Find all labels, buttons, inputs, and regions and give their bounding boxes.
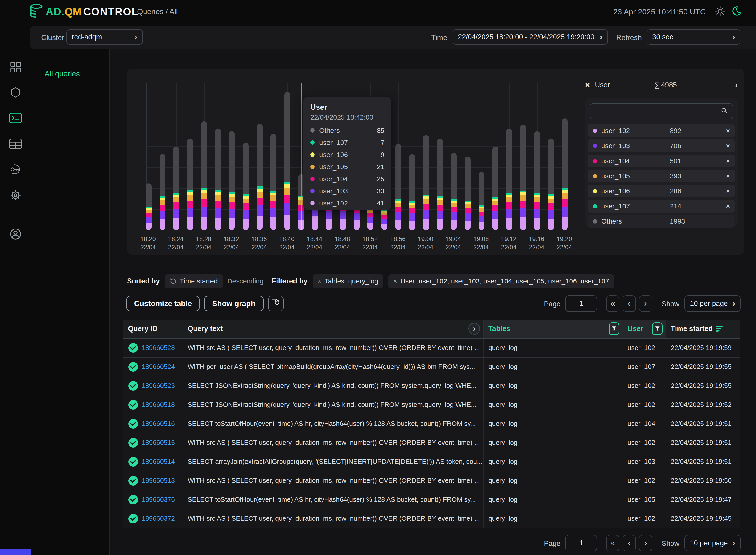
sidebar-item-dashboard[interactable] [9,61,22,74]
legend-search-input[interactable] [590,103,733,119]
prev-page-button[interactable]: ‹ [623,535,636,551]
chart-bar-19:16[interactable] [534,131,540,230]
query-id-link[interactable]: 189660523 [142,382,175,389]
sidebar-item-queries[interactable] [9,112,22,125]
chart-bar-18:34[interactable] [243,143,249,230]
close-icon[interactable]: × [585,80,590,90]
query-id-link[interactable]: 189660372 [142,515,175,522]
legend-item-user_106[interactable]: user_106286× [588,185,735,198]
chart-bar-18:38[interactable] [270,134,276,230]
sidebar-item-settings[interactable] [9,189,22,202]
chart-bar-19:00[interactable] [423,135,429,230]
per-page-select[interactable]: 10 per page › [684,535,741,551]
legend-item-user_107[interactable]: user_107214× [588,200,735,213]
table-row[interactable]: 189660515WITH src AS ( SELECT user, quer… [123,433,741,453]
dark-theme-moon-icon[interactable] [731,6,742,17]
chart-bar-19:02[interactable] [437,139,443,230]
query-id-link[interactable]: 189660376 [142,496,175,503]
sidebar-item-all-queries[interactable]: All queries [45,70,80,78]
chart-bar-19:08[interactable] [479,172,485,230]
chart-bar-18:24[interactable] [173,146,179,230]
table-row[interactable]: 189660524WITH per_user AS ( SELECT bitma… [123,357,741,377]
chart-bar-18:40[interactable] [284,92,290,230]
remove-legend-item-icon[interactable]: × [726,142,730,150]
remove-legend-item-icon[interactable]: × [726,127,730,135]
sort-direction-label[interactable]: Descending [227,277,264,285]
show-graph-button[interactable]: Show graph [204,296,264,311]
next-page-button[interactable]: › [639,295,652,312]
customize-table-button[interactable]: Customize table [126,296,199,311]
chart-bar-18:36[interactable] [257,124,263,230]
chart-bar-19:12[interactable] [506,129,512,230]
light-theme-sun-icon[interactable] [715,6,725,17]
chart-bar-19:18[interactable] [548,139,554,230]
chart-bar-18:32[interactable] [229,131,235,230]
legend-item-user_105[interactable]: user_105393× [588,170,735,182]
sidebar-item-access-keys[interactable] [9,163,22,176]
table-row[interactable]: 189660513WITH src AS ( SELECT user, quer… [123,471,741,490]
remove-legend-item-icon[interactable]: × [726,172,730,180]
column-header-user[interactable]: User [623,319,666,338]
table-row[interactable]: 189660518SELECT JSONExtractString(query,… [123,395,741,415]
table-row[interactable]: 189660528WITH src AS ( SELECT user, quer… [123,339,741,357]
chevron-right-icon[interactable]: › [735,81,738,89]
chart-bar-19:14[interactable] [520,125,526,230]
legend-item-user_104[interactable]: user_104501× [588,155,735,167]
sidebar-item-tables[interactable] [9,138,22,151]
sort-field-chip[interactable]: Time started [165,274,223,288]
query-id-link[interactable]: 189660515 [142,439,175,446]
tables-filter-chip[interactable]: × Tables: query_log [313,274,384,288]
legend-item-user_102[interactable]: user_102892× [588,124,735,137]
chart-bar-19:06[interactable] [464,157,471,230]
tables-filter-button[interactable] [609,322,619,335]
refresh-interval-select[interactable]: 30 sec › [647,30,741,45]
table-row[interactable]: 189660516SELECT toStartOfHour(event_time… [123,415,741,433]
column-header-query-id[interactable]: Query ID [123,319,183,338]
column-header-time-started[interactable]: Time started [666,319,741,338]
chart-bar-18:26[interactable] [187,139,193,230]
remove-filter-icon[interactable]: × [318,278,321,285]
chart-bar-18:58[interactable] [409,154,415,230]
table-row[interactable]: 189660376SELECT toStartOfHour(event_time… [123,490,741,509]
query-id-link[interactable]: 189660528 [142,344,175,351]
remove-filter-icon[interactable]: × [393,278,397,285]
per-page-select[interactable]: 10 per page › [684,295,741,312]
chart-bar-18:30[interactable] [215,129,221,230]
user-filter-chip[interactable]: × User: user_102, user_103, user_104, us… [388,274,614,288]
remove-legend-item-icon[interactable]: × [726,202,730,210]
column-header-tables[interactable]: Tables [484,319,623,338]
chart-bar-19:20[interactable] [562,118,568,230]
table-row[interactable]: 189660372WITH src AS ( SELECT user, quer… [123,509,741,528]
next-page-button[interactable]: › [639,535,652,551]
chart-bar-18:20[interactable] [145,183,151,230]
chart-bar-18:22[interactable] [160,154,166,230]
breadcrumb[interactable]: Queries / All [137,7,178,16]
time-range-select[interactable]: 22/04/2025 18:20:00 - 22/04/2025 19:20:0… [452,30,608,45]
page-number-input[interactable] [565,295,597,312]
column-header-query-text[interactable]: Query text › [183,319,484,338]
query-id-link[interactable]: 189660518 [142,401,175,409]
query-id-link[interactable]: 189660514 [142,458,175,465]
chart-bar-18:28[interactable] [201,121,207,230]
first-page-button[interactable]: « [606,295,619,312]
cluster-select[interactable]: red-adqm › [66,30,143,45]
reset-filters-button[interactable] [268,296,283,311]
expand-column-button[interactable]: › [468,323,480,335]
legend-item-Others[interactable]: Others1993 [588,215,735,228]
query-id-link[interactable]: 189660516 [142,420,175,427]
first-page-button[interactable]: « [606,535,619,551]
query-id-link[interactable]: 189660513 [142,477,175,484]
table-row[interactable]: 189660523SELECT JSONExtractString(query,… [123,377,741,395]
remove-legend-item-icon[interactable]: × [726,187,730,195]
chart-bar-18:56[interactable] [395,144,401,230]
user-filter-button[interactable] [652,322,663,335]
query-id-link[interactable]: 189660524 [142,363,175,371]
sort-descending-icon[interactable] [716,325,723,332]
prev-page-button[interactable]: ‹ [623,295,636,312]
remove-legend-item-icon[interactable]: × [726,157,730,165]
chart-bar-19:10[interactable] [492,146,498,230]
sidebar-item-cluster[interactable] [9,86,22,99]
chart-bar-19:04[interactable] [451,153,457,230]
sidebar-item-profile[interactable] [9,228,22,241]
table-row[interactable]: 189660514SELECT arrayJoin(extractAllGrou… [123,453,741,471]
